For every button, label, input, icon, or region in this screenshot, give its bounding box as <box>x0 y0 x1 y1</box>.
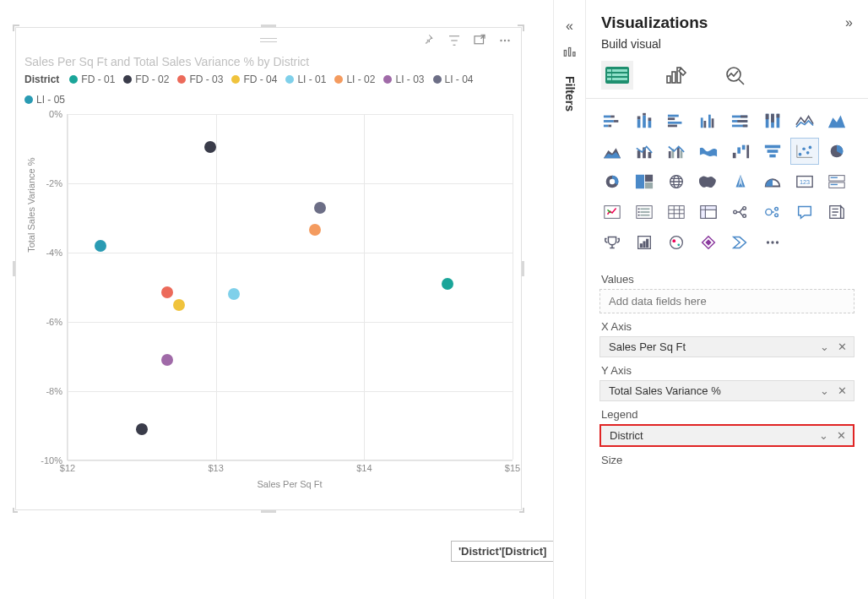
clustered-bar-chart-icon[interactable] <box>662 107 691 134</box>
chevron-down-icon[interactable]: ⌄ <box>818 384 831 397</box>
funnel-chart-icon[interactable] <box>758 138 787 165</box>
scatter-point[interactable] <box>314 202 326 214</box>
pie-chart-icon[interactable] <box>822 138 851 165</box>
format-visual-tab[interactable] <box>660 61 692 90</box>
legend-item-label: FD - 03 <box>189 74 223 85</box>
svg-point-108 <box>677 243 680 246</box>
more-visuals-icon[interactable] <box>758 229 787 256</box>
line-stacked-column-chart-icon[interactable] <box>630 138 659 165</box>
azure-map-icon[interactable] <box>726 168 755 195</box>
legend-item[interactable]: LI - 02 <box>334 74 375 85</box>
area-chart-icon[interactable] <box>822 107 851 134</box>
map-icon[interactable] <box>662 168 691 195</box>
100-stacked-bar-chart-icon[interactable] <box>726 107 755 134</box>
treemap-icon[interactable] <box>630 168 659 195</box>
100-stacked-column-chart-icon[interactable] <box>758 107 787 134</box>
legend-field-pill[interactable]: District ⌄ ✕ <box>599 424 854 447</box>
svg-rect-105 <box>647 239 648 247</box>
table-icon[interactable] <box>662 199 691 226</box>
scatter-point[interactable] <box>442 278 453 290</box>
remove-field-icon[interactable]: ✕ <box>836 384 849 397</box>
svg-point-107 <box>672 239 675 242</box>
expand-filters-icon[interactable]: « <box>566 19 573 34</box>
stacked-column-chart-icon[interactable] <box>630 107 659 134</box>
scatter-point[interactable] <box>309 224 321 236</box>
build-visual-tab[interactable] <box>601 61 633 90</box>
paginated-report-icon[interactable] <box>630 229 659 256</box>
legend-item[interactable]: LI - 03 <box>383 74 424 85</box>
matrix-icon[interactable] <box>694 199 723 226</box>
legend-item[interactable]: LI - 05 <box>24 94 65 106</box>
filters-pane-collapsed[interactable]: « Filters <box>553 0 585 599</box>
svg-rect-37 <box>712 118 714 128</box>
legend-item[interactable]: FD - 04 <box>231 74 277 85</box>
xaxis-field-pill[interactable]: Sales Per Sq Ft ⌄ ✕ <box>599 336 854 357</box>
decomposition-tree-icon[interactable] <box>726 199 755 226</box>
scatter-point[interactable] <box>136 423 148 435</box>
scatter-point[interactable] <box>173 299 185 311</box>
values-field-well[interactable]: Add data fields here <box>599 289 854 313</box>
scatter-plot-area[interactable]: 0%-2%-4%-6%-8%-10%$12$13$14$15 <box>67 114 513 460</box>
chevron-down-icon[interactable]: ⌄ <box>818 340 831 353</box>
yaxis-field-pill[interactable]: Total Sales Variance % ⌄ ✕ <box>599 380 854 401</box>
scatter-point[interactable] <box>161 354 173 366</box>
filled-map-icon[interactable] <box>694 168 723 195</box>
svg-rect-58 <box>737 147 741 153</box>
goals-icon[interactable] <box>598 229 627 256</box>
filter-icon[interactable] <box>447 33 462 48</box>
visual-drag-handle[interactable] <box>260 38 277 43</box>
chart-visual-container[interactable]: Sales Per Sq Ft and Total Sales Variance… <box>15 27 522 510</box>
svg-rect-30 <box>668 115 679 117</box>
kpi-icon[interactable] <box>598 199 627 226</box>
y-tick-label: -8% <box>46 386 62 396</box>
y-axis-label: Total Sales Variance % <box>26 158 36 253</box>
legend-item[interactable]: FD - 03 <box>177 74 223 85</box>
scatter-point[interactable] <box>95 240 106 252</box>
legend-item[interactable]: FD - 02 <box>123 74 169 85</box>
clustered-column-chart-icon[interactable] <box>694 107 723 134</box>
arcgis-map-icon[interactable] <box>662 229 691 256</box>
collapse-viz-icon[interactable]: » <box>845 15 853 30</box>
stacked-area-chart-icon[interactable] <box>598 138 627 165</box>
more-options-icon[interactable] <box>497 33 513 48</box>
analytics-tab[interactable] <box>719 61 751 90</box>
svg-point-111 <box>776 241 778 243</box>
svg-rect-4 <box>564 51 566 57</box>
gauge-icon[interactable] <box>758 168 787 195</box>
legend-item[interactable]: LI - 01 <box>285 74 326 85</box>
chevron-down-icon[interactable]: ⌄ <box>817 429 830 442</box>
key-influencers-icon[interactable] <box>758 199 787 226</box>
narrative-icon[interactable] <box>822 199 851 226</box>
legend-item[interactable]: LI - 04 <box>433 74 474 85</box>
qa-visual-icon[interactable] <box>790 199 819 226</box>
values-well-label: Values <box>601 273 853 286</box>
svg-rect-85 <box>640 208 649 210</box>
focus-mode-icon[interactable] <box>472 33 487 48</box>
svg-rect-29 <box>648 117 652 121</box>
scatter-point[interactable] <box>228 288 240 300</box>
pin-icon[interactable] <box>421 33 437 48</box>
svg-rect-61 <box>765 145 780 149</box>
waterfall-chart-icon[interactable] <box>726 138 755 165</box>
legend-swatch <box>69 75 78 84</box>
scatter-point[interactable] <box>161 286 173 298</box>
svg-rect-28 <box>648 121 652 128</box>
multi-row-card-icon[interactable] <box>822 168 851 195</box>
svg-rect-22 <box>604 125 609 128</box>
line-clustered-column-chart-icon[interactable] <box>662 138 691 165</box>
stacked-bar-chart-icon[interactable] <box>598 107 627 134</box>
powerapps-icon[interactable] <box>694 229 723 256</box>
legend-item[interactable]: FD - 01 <box>69 74 115 85</box>
powerautomate-icon[interactable] <box>726 229 755 256</box>
remove-field-icon[interactable]: ✕ <box>835 429 848 442</box>
ribbon-chart-icon[interactable] <box>694 138 723 165</box>
remove-field-icon[interactable]: ✕ <box>836 340 849 353</box>
card-icon[interactable]: 123 <box>790 168 819 195</box>
scatter-chart-icon[interactable] <box>790 138 819 165</box>
legend-item-label: FD - 04 <box>243 74 277 85</box>
donut-chart-icon[interactable] <box>598 168 627 195</box>
svg-rect-104 <box>643 242 645 247</box>
scatter-point[interactable] <box>204 141 216 153</box>
line-chart-icon[interactable] <box>790 107 819 134</box>
slicer-icon[interactable] <box>630 199 659 226</box>
